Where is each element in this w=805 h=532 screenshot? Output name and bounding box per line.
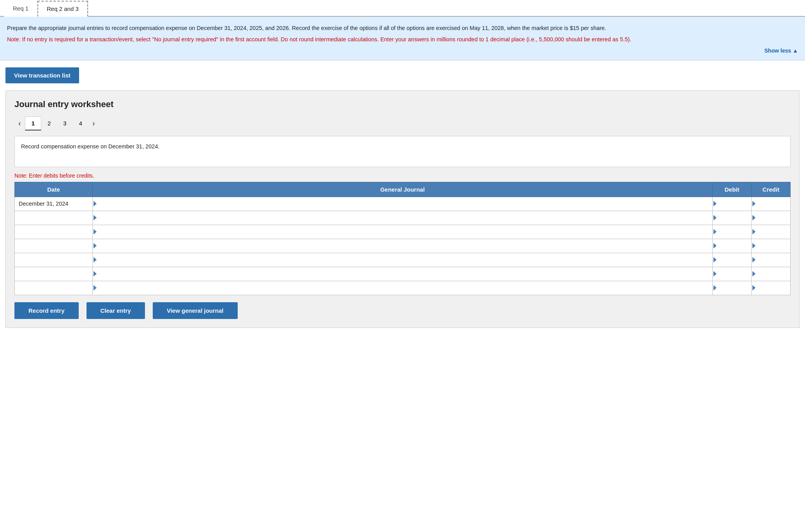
debit-input-2[interactable]	[717, 215, 747, 221]
tab-req2and3[interactable]: Req 2 and 3	[37, 1, 88, 17]
table-row	[15, 239, 791, 253]
gj-cell-3[interactable]	[93, 225, 713, 239]
credit-cell-1[interactable]	[752, 197, 791, 211]
table-row	[15, 225, 791, 239]
date-cell-4	[15, 239, 93, 253]
date-cell-1: December 31, 2024	[15, 197, 93, 211]
gj-input-2[interactable]	[97, 215, 708, 221]
tabs-bar: Req 1 Req 2 and 3	[0, 0, 805, 17]
debit-triangle-5	[713, 257, 717, 262]
gj-input-1[interactable]	[97, 201, 708, 207]
debit-triangle-7	[713, 285, 717, 291]
gj-input-4[interactable]	[97, 243, 708, 249]
date-cell-6	[15, 267, 93, 281]
table-row	[15, 267, 791, 281]
page-3-button[interactable]: 3	[57, 117, 72, 130]
prev-page-button[interactable]: ‹	[14, 116, 25, 130]
credit-input-6[interactable]	[756, 271, 786, 277]
credit-input-7[interactable]	[756, 285, 786, 291]
debit-triangle-3	[713, 229, 717, 234]
description-box: Record compensation expense on December …	[14, 136, 791, 167]
debit-cell-4[interactable]	[713, 239, 752, 253]
gj-input-7[interactable]	[97, 285, 708, 291]
debit-input-4[interactable]	[717, 243, 747, 249]
debit-cell-7[interactable]	[713, 281, 752, 295]
debit-input-3[interactable]	[717, 229, 747, 235]
credit-cell-6[interactable]	[752, 267, 791, 281]
triangle-icon-5	[94, 257, 97, 262]
gj-cell-7[interactable]	[93, 281, 713, 295]
credit-input-2[interactable]	[756, 215, 786, 221]
gj-cell-2[interactable]	[93, 211, 713, 225]
table-row	[15, 211, 791, 225]
table-row	[15, 281, 791, 295]
date-cell-2	[15, 211, 93, 225]
credit-triangle-7	[752, 285, 756, 291]
gj-cell-6[interactable]	[93, 267, 713, 281]
debit-triangle-6	[713, 271, 717, 277]
show-less-button[interactable]: Show less ▲	[7, 46, 798, 55]
page-2-button[interactable]: 2	[41, 117, 57, 130]
credit-cell-5[interactable]	[752, 253, 791, 267]
next-page-button[interactable]: ›	[88, 116, 99, 130]
table-row: December 31, 2024	[15, 197, 791, 211]
triangle-icon-2	[94, 215, 97, 220]
credit-cell-4[interactable]	[752, 239, 791, 253]
credit-cell-2[interactable]	[752, 211, 791, 225]
date-cell-7	[15, 281, 93, 295]
instructions-note: Note: If no entry is required for a tran…	[7, 35, 798, 44]
triangle-icon-4	[94, 243, 97, 248]
gj-input-5[interactable]	[97, 257, 708, 263]
debit-cell-3[interactable]	[713, 225, 752, 239]
table-row	[15, 253, 791, 267]
triangle-icon-3	[94, 229, 97, 234]
credit-cell-7[interactable]	[752, 281, 791, 295]
triangle-icon-6	[94, 271, 97, 277]
debit-cell-5[interactable]	[713, 253, 752, 267]
col-debit: Debit	[713, 182, 752, 197]
credit-cell-3[interactable]	[752, 225, 791, 239]
tab-req1[interactable]: Req 1	[4, 1, 37, 17]
gj-cell-1[interactable]	[93, 197, 713, 211]
worksheet-container: Journal entry worksheet ‹ 1 2 3 4 › Reco…	[5, 90, 800, 328]
pagination: ‹ 1 2 3 4 ›	[14, 116, 791, 130]
debit-triangle-2	[713, 215, 717, 220]
view-transaction-list-button[interactable]: View transaction list	[5, 67, 79, 83]
credit-input-1[interactable]	[756, 201, 786, 207]
col-credit: Credit	[752, 182, 791, 197]
debit-input-5[interactable]	[717, 257, 747, 263]
credit-input-5[interactable]	[756, 257, 786, 263]
credit-triangle-5	[752, 257, 756, 262]
credit-input-4[interactable]	[756, 243, 786, 249]
debit-triangle-4	[713, 243, 717, 248]
gj-cell-4[interactable]	[93, 239, 713, 253]
record-entry-button[interactable]: Record entry	[14, 302, 79, 319]
credit-triangle-1	[752, 201, 756, 206]
action-buttons: Record entry Clear entry View general jo…	[14, 302, 791, 319]
debit-cell-2[interactable]	[713, 211, 752, 225]
instructions-main: Prepare the appropriate journal entries …	[7, 24, 798, 33]
credit-input-3[interactable]	[756, 229, 786, 235]
debit-triangle-1	[713, 201, 717, 206]
worksheet-title: Journal entry worksheet	[14, 99, 791, 109]
gj-cell-5[interactable]	[93, 253, 713, 267]
debit-cell-6[interactable]	[713, 267, 752, 281]
date-cell-5	[15, 253, 93, 267]
gj-input-3[interactable]	[97, 229, 708, 235]
debit-input-6[interactable]	[717, 271, 747, 277]
gj-input-6[interactable]	[97, 271, 708, 277]
page-1-button[interactable]: 1	[25, 116, 41, 130]
date-cell-3	[15, 225, 93, 239]
credit-triangle-2	[752, 215, 756, 220]
debits-note: Note: Enter debits before credits.	[14, 173, 791, 179]
debit-input-7[interactable]	[717, 285, 747, 291]
debit-cell-1[interactable]	[713, 197, 752, 211]
view-general-journal-button[interactable]: View general journal	[153, 302, 238, 319]
clear-entry-button[interactable]: Clear entry	[87, 302, 145, 319]
journal-table: Date General Journal Debit Credit Decemb…	[14, 182, 791, 295]
debit-input-1[interactable]	[717, 201, 747, 207]
page-4-button[interactable]: 4	[73, 117, 88, 130]
credit-triangle-3	[752, 229, 756, 234]
triangle-icon-7	[94, 285, 97, 291]
credit-triangle-6	[752, 271, 756, 277]
